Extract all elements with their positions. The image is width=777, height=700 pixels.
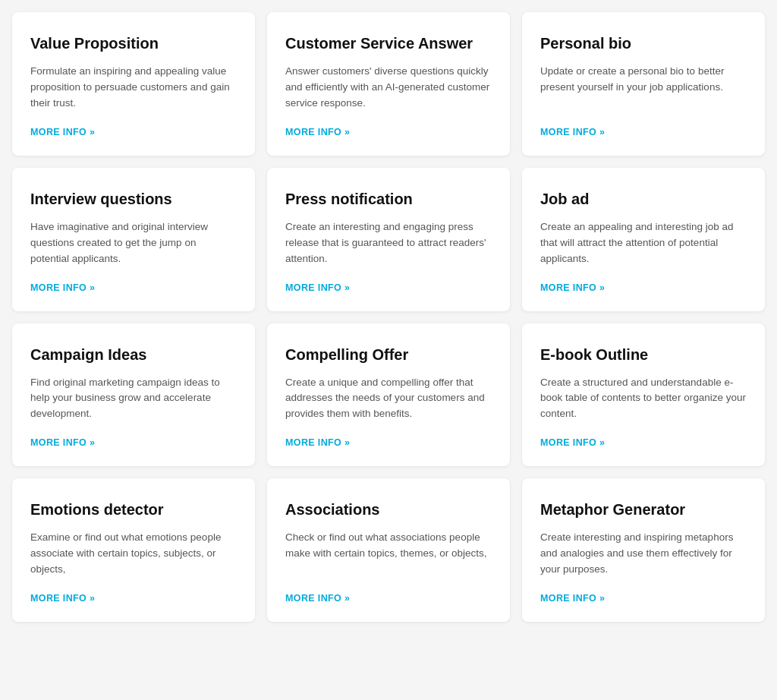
card-description-job-ad: Create an appealing and interesting job …	[540, 219, 747, 267]
card-link-metaphor-generator[interactable]: MORE INFO »	[540, 593, 747, 604]
card-title-emotions-detector: Emotions detector	[30, 500, 237, 519]
card-title-job-ad: Job ad	[540, 189, 747, 209]
card-ebook-outline: E-book OutlineCreate a structured and un…	[522, 323, 765, 467]
cards-grid: Value PropositionFormulate an inspiring …	[12, 12, 765, 622]
card-personal-bio: Personal bioUpdate or create a personal …	[522, 12, 765, 156]
card-title-value-proposition: Value Proposition	[30, 33, 237, 53]
card-job-ad: Job adCreate an appealing and interestin…	[522, 168, 765, 311]
card-interview-questions: Interview questionsHave imaginative and …	[12, 168, 255, 311]
card-link-customer-service-answer[interactable]: MORE INFO »	[285, 127, 492, 137]
card-link-press-notification[interactable]: MORE INFO »	[285, 282, 492, 293]
card-title-interview-questions: Interview questions	[30, 189, 237, 209]
card-emotions-detector: Emotions detectorExamine or find out wha…	[12, 478, 255, 622]
card-associations: AssociationsCheck or find out what assoc…	[267, 478, 510, 622]
card-description-customer-service-answer: Answer customers' diverse questions quic…	[285, 64, 492, 112]
card-description-interview-questions: Have imaginative and original interview …	[30, 219, 237, 267]
card-title-associations: Associations	[285, 500, 492, 519]
card-description-compelling-offer: Create a unique and compelling offer tha…	[285, 375, 492, 423]
card-description-campaign-ideas: Find original marketing campaign ideas t…	[30, 375, 237, 423]
card-description-press-notification: Create an interesting and engaging press…	[285, 219, 492, 267]
card-title-personal-bio: Personal bio	[540, 33, 747, 53]
card-description-emotions-detector: Examine or find out what emotions people…	[30, 530, 237, 578]
card-campaign-ideas: Campaign IdeasFind original marketing ca…	[12, 323, 255, 467]
card-title-compelling-offer: Compelling Offer	[285, 345, 492, 364]
card-compelling-offer: Compelling OfferCreate a unique and comp…	[267, 323, 510, 467]
card-metaphor-generator: Metaphor GeneratorCreate interesting and…	[522, 478, 765, 622]
card-description-value-proposition: Formulate an inspiring and appealing val…	[30, 64, 237, 112]
card-value-proposition: Value PropositionFormulate an inspiring …	[12, 12, 255, 156]
card-link-ebook-outline[interactable]: MORE INFO »	[540, 437, 747, 448]
card-title-customer-service-answer: Customer Service Answer	[285, 33, 492, 53]
card-link-compelling-offer[interactable]: MORE INFO »	[285, 437, 492, 448]
card-title-metaphor-generator: Metaphor Generator	[540, 500, 747, 519]
card-title-campaign-ideas: Campaign Ideas	[30, 345, 237, 364]
card-title-ebook-outline: E-book Outline	[540, 345, 747, 364]
card-press-notification: Press notificationCreate an interesting …	[267, 168, 510, 311]
card-title-press-notification: Press notification	[285, 189, 492, 209]
card-link-personal-bio[interactable]: MORE INFO »	[540, 127, 747, 137]
card-link-emotions-detector[interactable]: MORE INFO »	[30, 593, 237, 604]
card-link-value-proposition[interactable]: MORE INFO »	[30, 127, 237, 137]
card-link-associations[interactable]: MORE INFO »	[285, 593, 492, 604]
card-description-metaphor-generator: Create interesting and inspiring metapho…	[540, 530, 747, 578]
card-link-job-ad[interactable]: MORE INFO »	[540, 282, 747, 293]
card-description-ebook-outline: Create a structured and understandable e…	[540, 375, 747, 423]
card-customer-service-answer: Customer Service AnswerAnswer customers'…	[267, 12, 510, 156]
card-link-interview-questions[interactable]: MORE INFO »	[30, 282, 237, 293]
card-description-associations: Check or find out what associations peop…	[285, 530, 492, 578]
card-description-personal-bio: Update or create a personal bio to bette…	[540, 64, 747, 112]
card-link-campaign-ideas[interactable]: MORE INFO »	[30, 437, 237, 448]
